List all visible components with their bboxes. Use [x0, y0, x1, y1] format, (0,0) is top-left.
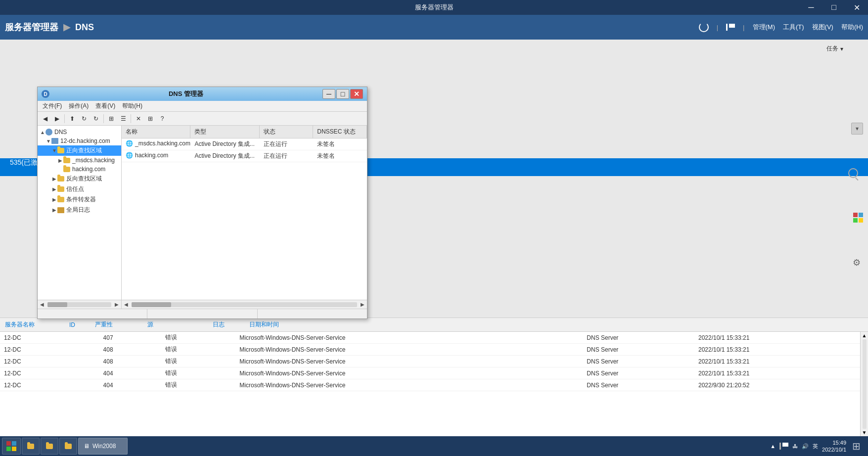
taskbar-win2008-tab[interactable]: 🖥 Win2008 [78, 438, 128, 455]
global-log-label: 全局日志 [66, 206, 90, 214]
tree-item-dns-root[interactable]: ▲ DNS [38, 128, 121, 137]
forward-lookup-expand[interactable]: ▼ [51, 148, 57, 153]
log-col-severity[interactable]: 严重性 [95, 320, 113, 329]
dns-refresh-button[interactable]: ↻ [79, 113, 90, 124]
dns-root-icon [46, 129, 52, 136]
tree-item-hacking-com[interactable]: hacking.com [38, 165, 121, 174]
tree-item-server[interactable]: ▼ 12-dc.hacking.com [38, 137, 121, 145]
sm-breadcrumb-dns[interactable]: DNS [75, 22, 94, 33]
dns-up-button[interactable]: ⬆ [67, 113, 78, 124]
reverse-lookup-expand[interactable]: ▶ [51, 176, 57, 182]
dns-menu-action[interactable]: 操作(A) [66, 101, 91, 111]
dns-list-row-0[interactable]: 🌐_msdcs.hacking.com Active Directory 集成.… [122, 138, 367, 150]
taskbar-network-icon[interactable]: 🖧 [792, 443, 798, 449]
dns-root-expand[interactable]: ▲ [40, 130, 46, 135]
dns-list-button[interactable]: ☰ [118, 113, 129, 124]
dns-list-panel: 名称 类型 状态 DNSSEC 状态 🌐_msdcs.hacking.com A… [122, 126, 367, 300]
dns-back-button[interactable]: ◀ [40, 113, 50, 124]
log-log-2: DNS Server [583, 356, 694, 367]
log-col-log[interactable]: 日志 [213, 320, 225, 329]
tools-menu[interactable]: 工具(T) [783, 23, 804, 32]
global-log-expand[interactable]: ▶ [51, 207, 57, 213]
dns-status-cell-3 [258, 309, 367, 319]
sm-breadcrumb-root[interactable]: 服务器管理器 [5, 21, 58, 33]
tree-item-global-log[interactable]: ▶ 全局日志 [38, 205, 121, 215]
tree-item-forward-lookup[interactable]: ▼ 正向查找区域 [38, 145, 121, 156]
flag-icon[interactable] [726, 24, 735, 31]
start-button[interactable] [2, 438, 21, 455]
dns-menu-view[interactable]: 查看(V) [92, 101, 118, 111]
list-col-name[interactable]: 名称 [122, 126, 190, 138]
dns-menubar: 文件(F) 操作(A) 查看(V) 帮助(H) [38, 101, 367, 112]
taskbar-flag-icon[interactable] [779, 443, 788, 450]
tree-item-msdcs[interactable]: ▶ _msdcs.hacking [38, 156, 121, 165]
cond-forwarders-icon [57, 197, 64, 202]
tree-item-trust-points[interactable]: ▶ 信任点 [38, 184, 121, 194]
msdcs-expand[interactable]: ▶ [57, 158, 63, 163]
log-table-row-3[interactable]: 12-DC 404 错误 Microsoft-Windows-DNS-Serve… [0, 367, 868, 379]
manage-menu[interactable]: 管理(M) [753, 23, 776, 32]
task-label-top: 任务 ▾ [826, 45, 843, 53]
dns-delete-button[interactable]: ✕ [133, 113, 144, 124]
tree-hscroll[interactable]: ◀ ▶ [38, 300, 122, 309]
log-scrollbar[interactable]: ▲ ▼ [860, 332, 868, 436]
dns-filter-button[interactable]: ⊞ [106, 113, 117, 124]
dns-refresh2-button[interactable]: ↻ [91, 113, 101, 124]
gear-icon[interactable]: ⚙ [851, 257, 862, 268]
log-col-server[interactable]: 服务器名称 [5, 320, 35, 329]
list-scroll-thumb [132, 302, 171, 307]
view-menu[interactable]: 视图(V) [812, 23, 833, 32]
dns-properties-button[interactable]: ⊞ [145, 113, 156, 124]
task-dropdown-icon[interactable]: ▾ [840, 46, 843, 52]
log-col-id[interactable]: ID [69, 321, 75, 328]
trust-points-expand[interactable]: ▶ [51, 186, 57, 192]
log-table-row-0[interactable]: 12-DC 407 错误 Microsoft-Windows-DNS-Serve… [0, 332, 868, 344]
tree-item-reverse-lookup[interactable]: ▶ 反向查找区域 [38, 174, 121, 184]
dns-tree-panel: ▲ DNS ▼ 12-dc.hacking.com ▼ 正向查找区域 [38, 126, 122, 300]
tree-item-conditional-forwarders[interactable]: ▶ 条件转发器 [38, 194, 121, 205]
dns-minimize-button[interactable]: ─ [322, 89, 335, 99]
dns-close-button[interactable]: ✕ [350, 89, 363, 99]
list-col-type[interactable]: 类型 [190, 126, 259, 138]
taskbar-up-icon[interactable]: ▲ [770, 443, 776, 449]
taskbar-folder-btn-2[interactable] [41, 438, 58, 455]
list-col-status[interactable]: 状态 [260, 126, 314, 138]
windows-logo-icon [853, 213, 863, 223]
tree-scroll-right[interactable]: ▶ [112, 300, 121, 309]
log-table-row-1[interactable]: 12-DC 408 错误 Microsoft-Windows-DNS-Serve… [0, 344, 868, 356]
taskbar-volume-icon[interactable]: 🔊 [802, 443, 809, 450]
dns-menu-file[interactable]: 文件(F) [40, 101, 65, 111]
list-hscroll[interactable]: ◀ ▶ [122, 300, 367, 309]
sm-log-header: 服务器名称 ID 严重性 源 日志 日期和时间 [0, 318, 868, 332]
sm-minimize-button[interactable]: ─ [800, 0, 822, 15]
log-table-row-2[interactable]: 12-DC 408 错误 Microsoft-Windows-DNS-Serve… [0, 356, 868, 367]
taskbar-windows-logo[interactable]: ⊞ [850, 440, 862, 452]
log-table-row-4[interactable]: 12-DC 404 错误 Microsoft-Windows-DNS-Serve… [0, 379, 868, 391]
cond-forwarders-expand[interactable]: ▶ [51, 197, 57, 202]
global-log-icon [57, 207, 64, 213]
list-scroll-left[interactable]: ◀ [122, 300, 131, 309]
dns-window-title: DNS 管理器 [49, 90, 322, 98]
list-col-dnssec[interactable]: DNSSEC 状态 [313, 126, 367, 138]
tree-scroll-left[interactable]: ◀ [38, 300, 46, 309]
scroll-down-btn-top[interactable]: ▾ [851, 123, 863, 135]
dns-help-button[interactable]: ? [157, 113, 168, 124]
dns-statusbar [38, 309, 367, 319]
dns-menu-help[interactable]: 帮助(H) [119, 101, 145, 111]
sm-close-button[interactable]: ✕ [845, 0, 868, 15]
dns-list-row-1[interactable]: 🌐hacking.com Active Directory 集成... 正在运行… [122, 150, 367, 162]
dns-maximize-button[interactable]: □ [336, 89, 349, 99]
sm-maximize-button[interactable]: □ [822, 0, 845, 15]
dns-forward-button[interactable]: ▶ [51, 113, 62, 124]
help-menu[interactable]: 帮助(H) [841, 23, 863, 32]
search-icon[interactable] [848, 168, 858, 180]
taskbar-folder-btn-3[interactable] [59, 438, 77, 455]
log-col-source[interactable]: 源 [147, 320, 153, 329]
refresh-icon[interactable] [699, 22, 709, 32]
log-col-datetime[interactable]: 日期和时间 [249, 320, 279, 329]
taskbar-lang-indicator[interactable]: 英 [813, 443, 818, 450]
taskbar-folder-btn-1[interactable] [22, 438, 40, 455]
list-scroll-right[interactable]: ▶ [358, 300, 367, 309]
log-datetime-0: 2022/10/1 15:33:21 [694, 332, 868, 344]
server-expand[interactable]: ▼ [46, 138, 51, 144]
